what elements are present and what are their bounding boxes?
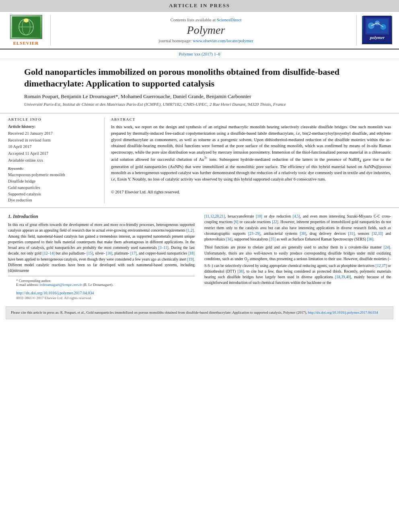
journal-name: Polymer bbox=[187, 24, 225, 37]
elsevier-logo: ELSEVIER bbox=[6, 15, 51, 45]
elsevier-logo-image bbox=[10, 15, 42, 39]
bottom-citation-text: Please cite this article in press as: R.… bbox=[11, 310, 378, 314]
revised-date: 10 April 2017 bbox=[8, 144, 98, 150]
abstract-label: ABSTRACT bbox=[111, 117, 391, 121]
elsevier-brand: ELSEVIER bbox=[13, 41, 39, 45]
footer-corresponding: * Corresponding author. E-mail address: … bbox=[8, 276, 195, 289]
article-info-label: ARTICLE INFO bbox=[8, 117, 98, 121]
body-col-left: 1. Introduction In this era of great eff… bbox=[8, 214, 200, 302]
keyword-2: Disulfide bridge bbox=[8, 178, 98, 185]
accepted-date: Accepted 11 April 2017 bbox=[8, 151, 98, 157]
author-email[interactable]: ledroumaguet@icmpe.cnrs.fr bbox=[39, 283, 82, 287]
journal-header: ELSEVIER Contents lists available at Sci… bbox=[0, 12, 399, 49]
received-revised-label: Received in revised form bbox=[8, 138, 98, 144]
abstract-column: ABSTRACT In this work, we report on the … bbox=[105, 117, 391, 203]
article-info-abstract: ARTICLE INFO Article history: Received 2… bbox=[0, 113, 399, 208]
article-in-press-banner: ARTICLE IN PRESS bbox=[0, 0, 399, 12]
article-title: Gold nanoparticles immobilized on porous… bbox=[24, 66, 375, 89]
article-affiliation: Université Paris-Est, Institut de Chimie… bbox=[24, 102, 375, 107]
polymer-logo-image: polymer bbox=[362, 16, 392, 44]
svg-point-4 bbox=[24, 18, 29, 23]
copyright-line: 0032-3861/© 2017 Elsevier Ltd. All right… bbox=[8, 296, 195, 302]
polymer-logo: polymer bbox=[356, 15, 393, 45]
article-authors: Romain Poupart, Benjamin Le Droumaguet*,… bbox=[24, 93, 375, 100]
citation-line: Polymer xxx (2017) 1–8 bbox=[0, 49, 399, 59]
page: ARTICLE IN PRESS ELSEVIER Contents lists… bbox=[0, 0, 399, 532]
keyword-3: Gold nanoparticles bbox=[8, 185, 98, 191]
bottom-doi-link[interactable]: http://dx.doi.org/10.1016/j.polymer.2017… bbox=[308, 310, 378, 314]
homepage-link[interactable]: www.elsevier.com/locate/polymer bbox=[193, 38, 253, 43]
keyword-4: Supported catalysis bbox=[8, 191, 98, 197]
article-info-column: ARTICLE INFO Article history: Received 2… bbox=[8, 117, 105, 203]
corresponding-label: * Corresponding author. bbox=[16, 279, 187, 283]
bottom-citation-bar: Please cite this article in press as: R.… bbox=[6, 306, 393, 319]
journal-center: Contents lists available at ScienceDirec… bbox=[56, 15, 356, 45]
keywords-label: Keywords: bbox=[8, 166, 98, 170]
doi-line: http://dx.doi.org/10.1016/j.polymer.2017… bbox=[8, 289, 195, 296]
banner-text: ARTICLE IN PRESS bbox=[169, 2, 230, 8]
contents-line: Contents lists available at ScienceDirec… bbox=[170, 17, 241, 22]
journal-homepage: journal homepage: www.elsevier.com/locat… bbox=[158, 38, 253, 43]
sciencedirect-link[interactable]: ScienceDirect bbox=[217, 17, 242, 22]
email-line: E-mail address: ledroumaguet@icmpe.cnrs.… bbox=[16, 283, 187, 287]
keyword-5: Dye reduction bbox=[8, 197, 98, 203]
body-section: 1. Introduction In this era of great eff… bbox=[0, 208, 399, 304]
doi-link[interactable]: http://dx.doi.org/10.1016/j.polymer.2017… bbox=[16, 291, 94, 295]
article-title-section: Gold nanoparticles immobilized on porous… bbox=[0, 59, 399, 113]
abstract-copyright: © 2017 Elsevier Ltd. All rights reserved… bbox=[111, 190, 180, 194]
available-online: Available online xxx bbox=[8, 158, 98, 164]
section1-text-right: [11,12,20,21], hexacyanoferrate [10] or … bbox=[204, 214, 391, 242]
history-label: Article history: bbox=[8, 124, 98, 130]
keyword-1: Macroporous polymeric monolith bbox=[8, 172, 98, 178]
abstract-text: In this work, we report on the design an… bbox=[111, 124, 391, 195]
svg-text:polymer: polymer bbox=[369, 35, 385, 40]
section1-text-right-2: Thiol functions are prone to chelate gol… bbox=[204, 244, 391, 286]
received-date: Received 21 January 2017 bbox=[8, 131, 98, 137]
section1-text-left: In this era of great efforts towards the… bbox=[8, 222, 195, 273]
section1-heading: 1. Introduction bbox=[8, 214, 195, 220]
body-col-right: [11,12,20,21], hexacyanoferrate [10] or … bbox=[200, 214, 391, 302]
